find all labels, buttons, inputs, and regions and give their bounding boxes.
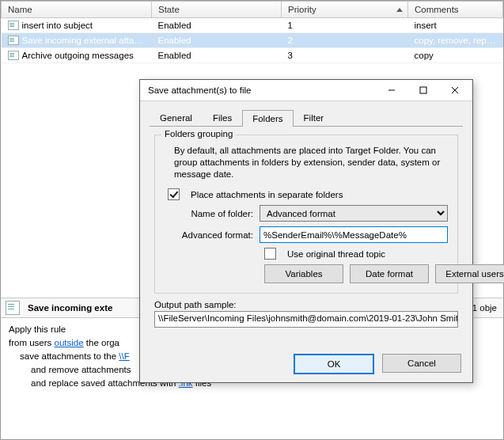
dialog-title: Save attachment(s) to file xyxy=(148,85,376,95)
cancel-button[interactable]: Cancel xyxy=(382,354,461,373)
group-legend: Folders grouping xyxy=(161,129,236,138)
original-thread-checkbox[interactable] xyxy=(264,248,276,260)
save-attachments-dialog: Save attachment(s) to file GeneralFilesF… xyxy=(139,79,473,383)
col-comments[interactable]: Comments xyxy=(408,2,503,18)
col-name[interactable]: Name xyxy=(2,2,152,18)
tab-general[interactable]: General xyxy=(150,109,203,126)
name-of-folder-select[interactable]: Advanced format xyxy=(260,205,448,222)
col-priority[interactable]: Priority xyxy=(282,2,408,18)
separate-folders-label: Place attachments in separate folders xyxy=(191,190,343,199)
tab-folders[interactable]: Folders xyxy=(242,110,293,127)
advanced-format-label: Advanced format: xyxy=(165,230,253,240)
table-row[interactable]: insert into subjectEnabled1insert xyxy=(2,18,503,33)
original-thread-label: Use original thread topic xyxy=(287,249,385,259)
link-path[interactable]: \\F xyxy=(119,351,129,361)
sort-asc-icon xyxy=(396,8,403,12)
ok-button[interactable]: OK xyxy=(294,354,374,374)
object-count: 1 obje xyxy=(472,303,497,313)
date-format-button[interactable]: Date format xyxy=(350,264,429,283)
svg-rect-1 xyxy=(420,87,426,93)
advanced-format-input[interactable] xyxy=(260,226,448,243)
external-users-button[interactable]: External users xyxy=(435,264,504,283)
output-path-label: Output path sample: xyxy=(154,300,458,309)
link-scope[interactable]: outside xyxy=(55,338,84,347)
rule-icon xyxy=(8,21,19,30)
col-state[interactable]: State xyxy=(152,2,282,18)
maximize-button[interactable] xyxy=(407,82,439,99)
variables-button[interactable]: Variables xyxy=(264,264,343,283)
rule-icon xyxy=(8,51,19,60)
group-help: By default, all attachments are placed i… xyxy=(174,145,448,180)
table-row[interactable]: Archive outgoing messagesEnabled3copy xyxy=(2,48,503,63)
rule-icon xyxy=(6,301,20,315)
name-of-folder-label: Name of folder: xyxy=(165,209,253,218)
tab-files[interactable]: Files xyxy=(203,109,242,126)
rule-icon xyxy=(8,36,19,45)
tab-filter[interactable]: Filter xyxy=(294,109,335,126)
output-path-sample: \\FileServer\Incoming Files\johnsmith@do… xyxy=(154,311,458,328)
table-row[interactable]: Save incoming external attach...Enabled2… xyxy=(2,33,503,48)
separate-folders-checkbox[interactable] xyxy=(168,188,180,200)
rules-table[interactable]: Name State Priority Comments insert into… xyxy=(1,1,503,63)
folders-grouping-group: Folders grouping By default, all attachm… xyxy=(154,135,458,294)
minimize-button[interactable] xyxy=(376,82,407,99)
selected-rule-title: Save incoming exte xyxy=(28,303,112,313)
close-button[interactable] xyxy=(439,82,471,99)
